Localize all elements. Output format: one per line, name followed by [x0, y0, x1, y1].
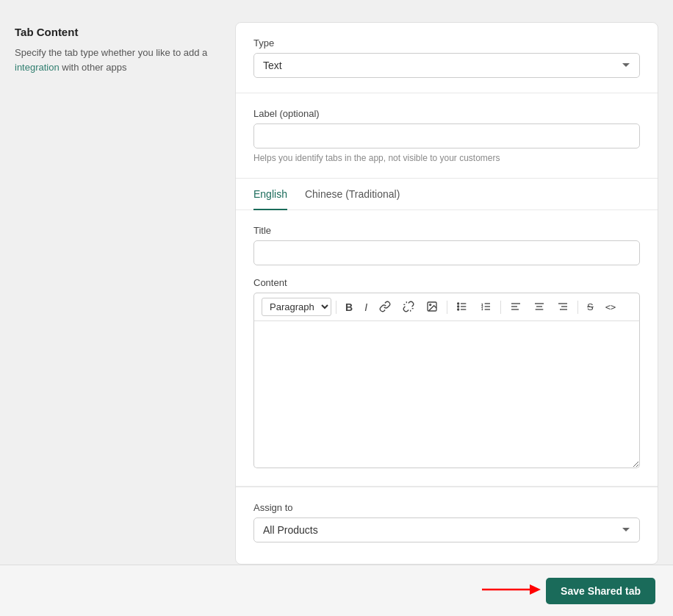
italic-button[interactable]: I: [360, 300, 372, 315]
align-right-button[interactable]: [553, 298, 573, 316]
save-shared-tab-button[interactable]: Save Shared tab: [546, 578, 655, 604]
bold-button[interactable]: B: [341, 300, 357, 315]
language-tabs: English Chinese (Traditional) Title Cont…: [236, 179, 658, 487]
numbered-list-button[interactable]: [475, 298, 496, 316]
unlink-button[interactable]: [398, 298, 419, 316]
tab-content-english: Title Content Paragraph B I: [236, 210, 658, 486]
content-label: Content: [253, 277, 640, 288]
assign-select[interactable]: All Products Specific Products: [253, 517, 640, 542]
title-section: Title: [253, 225, 640, 265]
tab-header: English Chinese (Traditional): [236, 179, 658, 210]
editor-toolbar: Paragraph B I: [253, 293, 640, 321]
footer-bar: Save Shared tab: [0, 565, 673, 616]
integration-link[interactable]: integration: [15, 62, 60, 73]
type-section: Type Text Integration: [236, 23, 658, 93]
paragraph-select[interactable]: Paragraph: [262, 298, 331, 316]
toolbar-divider-2: [447, 301, 447, 314]
label-helper-text: Helps you identify tabs in the app, not …: [253, 153, 640, 163]
content-textarea[interactable]: [253, 321, 640, 468]
type-select[interactable]: Text Integration: [253, 53, 640, 78]
section-description: Specify the tab type whether you like to…: [15, 46, 213, 74]
svg-point-10: [458, 306, 459, 307]
svg-point-5: [430, 304, 431, 305]
bullet-list-button[interactable]: [452, 298, 472, 316]
link-button[interactable]: [375, 298, 395, 316]
svg-point-11: [458, 309, 459, 310]
toolbar-divider-3: [500, 301, 501, 314]
section-title: Tab Content: [15, 26, 213, 38]
assign-section: Assign to All Products Specific Products: [236, 487, 658, 557]
toolbar-divider-4: [577, 301, 578, 314]
assign-label: Assign to: [253, 502, 640, 513]
label-field-label: Label (optional): [253, 108, 640, 119]
tab-chinese[interactable]: Chinese (Traditional): [305, 179, 400, 210]
title-input[interactable]: [253, 240, 640, 265]
label-section: Label (optional) Helps you identify tabs…: [236, 93, 658, 179]
label-input[interactable]: [253, 123, 640, 148]
arrow-indicator: [482, 579, 541, 604]
type-label: Type: [253, 37, 640, 49]
code-button[interactable]: <>: [601, 301, 620, 314]
align-center-button[interactable]: [529, 298, 550, 316]
left-panel: Tab Content Specify the tab type whether…: [15, 22, 213, 565]
tab-english[interactable]: English: [253, 179, 287, 210]
content-section: Content Paragraph B I: [253, 277, 640, 471]
svg-marker-25: [530, 584, 541, 595]
align-left-button[interactable]: [505, 298, 526, 316]
title-label: Title: [253, 225, 640, 236]
image-button[interactable]: [422, 298, 442, 316]
right-panel: Type Text Integration Label (optional) H…: [235, 22, 658, 565]
strikethrough-button[interactable]: S: [583, 300, 598, 314]
toolbar-divider-1: [336, 301, 336, 314]
svg-point-9: [458, 303, 459, 304]
